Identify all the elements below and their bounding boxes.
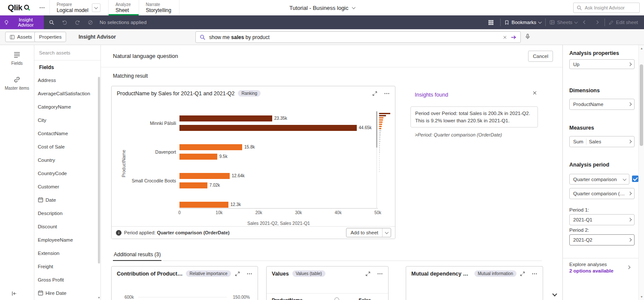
cancel-button[interactable]: Cancel <box>528 51 553 62</box>
field-item-countrycode[interactable]: CountryCode <box>34 167 97 180</box>
edit-sheet-button[interactable]: Edit sheet <box>609 20 638 25</box>
bar-davenport[interactable] <box>179 154 217 160</box>
global-menu-button[interactable] <box>35 5 49 11</box>
dimension-productname-item[interactable]: ProductName <box>569 99 635 110</box>
mini-navigator-thumb[interactable] <box>376 111 377 148</box>
field-item-city[interactable]: City <box>34 113 97 127</box>
nav-analyze[interactable]: Analyze Sheet <box>108 0 139 15</box>
mini-navigator-bar <box>379 149 380 151</box>
assets-scrollbar[interactable]: ▼ <box>97 73 100 300</box>
submit-query-button[interactable] <box>510 34 516 40</box>
nl-query-input[interactable]: show me sales by product <box>195 31 521 43</box>
field-item-country[interactable]: Country <box>34 153 97 167</box>
field-item-averagecallsatisfaction[interactable]: AverageCallSatisfaction <box>34 87 97 100</box>
bar-minnki-pälsili[interactable] <box>179 125 357 131</box>
expand-button[interactable] <box>365 271 371 276</box>
expand-button[interactable] <box>235 271 240 276</box>
sort-order-item[interactable]: Up <box>569 59 635 69</box>
assets-button[interactable]: Assets <box>5 32 37 42</box>
app-title-dropdown[interactable]: Tutorial - Business logic <box>289 0 355 15</box>
page-scrollbar[interactable]: ▲ ▼ <box>638 45 644 300</box>
category-label: Davenport <box>125 149 176 155</box>
ask-insight-advisor-search[interactable]: Ask Insight Advisor <box>573 3 640 13</box>
period1-item[interactable]: 2021-Q1 <box>569 214 635 225</box>
field-item-extension[interactable]: Extension <box>34 246 97 260</box>
field-item-discount[interactable]: Discount <box>34 220 97 233</box>
rail-item-master-items[interactable]: Master items <box>0 70 34 95</box>
period-field-item[interactable]: Quarter comparison (OrderD… <box>569 188 635 199</box>
collapse-panel-button[interactable] <box>11 291 17 297</box>
scroll-up-button[interactable]: ▲ <box>640 47 643 50</box>
voice-query-button[interactable] <box>525 33 531 39</box>
properties-label: Properties <box>39 34 61 39</box>
chart-menu-button[interactable] <box>246 271 252 277</box>
redo-icon <box>75 20 80 25</box>
insight-advisor-button[interactable]: Insight Advisor <box>0 15 44 29</box>
rail-item-fields[interactable]: Fields <box>0 45 34 70</box>
bar-minnki-pälsili[interactable] <box>179 115 272 121</box>
field-item-contactname[interactable]: ContactName <box>34 127 97 140</box>
field-item-freight[interactable]: Freight <box>34 260 97 273</box>
step-forward-button[interactable] <box>72 17 82 27</box>
field-item-gross-profit[interactable]: Gross Profit <box>34 273 97 286</box>
nav-narrate[interactable]: Narrate Storytelling <box>139 0 179 15</box>
next-sheet-button[interactable] <box>593 18 601 27</box>
field-item-date[interactable]: Date <box>34 193 97 206</box>
mini-navigator-bar <box>379 145 380 146</box>
field-item-address[interactable]: Address <box>34 73 97 87</box>
assets-scrollbar-thumb[interactable] <box>98 77 100 264</box>
bar-davenport[interactable] <box>179 144 242 150</box>
step-back-button[interactable] <box>59 17 70 27</box>
sheets-label: Sheets <box>557 20 573 25</box>
chart-menu-button[interactable] <box>532 271 538 277</box>
close-icon <box>503 35 507 39</box>
mini-navigator[interactable] <box>376 111 395 209</box>
clear-selections-button[interactable] <box>85 17 95 27</box>
previous-sheet-button[interactable] <box>581 18 589 27</box>
field-item-employeename[interactable]: EmployeeName <box>34 233 97 246</box>
period2-item[interactable]: 2021-Q2 <box>569 234 635 245</box>
close-insights-button[interactable] <box>532 91 537 95</box>
period-type-select[interactable]: Quarter comparison <box>569 174 629 185</box>
expand-button[interactable] <box>520 271 525 276</box>
bookmarks-button[interactable]: Bookmarks <box>504 20 541 25</box>
measure-sales-item[interactable]: Sum Sales <box>569 136 635 147</box>
period-enabled-checkbox[interactable] <box>632 176 638 182</box>
search-assets-input[interactable]: Search assets <box>34 45 100 61</box>
scroll-down-icon[interactable]: ▼ <box>97 296 100 299</box>
qlik-logo[interactable]: Qlik <box>0 0 35 15</box>
column-search-icon[interactable] <box>334 297 339 300</box>
properties-button[interactable]: Properties <box>34 32 66 42</box>
mini-navigator-bar <box>379 130 381 131</box>
bar-item[interactable] <box>179 202 228 208</box>
nav-prepare[interactable]: Prepare Logical model <box>49 0 108 15</box>
field-item-cost-of-sale[interactable]: Cost of Sale <box>34 140 97 153</box>
expand-button[interactable] <box>372 91 377 96</box>
sheets-button[interactable]: Sheets <box>550 20 577 25</box>
bar-small-crocodile-boots[interactable] <box>179 173 230 179</box>
card-icons <box>365 271 383 277</box>
logical-model-dropdown-button[interactable] <box>92 3 100 12</box>
page-scrollbar-thumb[interactable] <box>640 64 643 146</box>
results-scroll-down-button[interactable] <box>553 290 556 297</box>
mini-navigator-bar <box>379 139 380 140</box>
explore-analyses-link[interactable]: 2 options available <box>569 268 614 273</box>
add-to-sheet-button[interactable]: Add to sheet <box>346 228 391 237</box>
field-item-hire-date[interactable]: Hire Date <box>34 286 97 300</box>
field-item-customer[interactable]: Customer <box>34 180 97 193</box>
chart-menu-button[interactable] <box>384 91 390 97</box>
tab-additional-results[interactable]: Additional results (3) <box>113 249 161 261</box>
field-item-categoryname[interactable]: CategoryName <box>34 100 97 113</box>
bar-small-crocodile-boots[interactable] <box>179 182 207 188</box>
scroll-down-button[interactable]: ▼ <box>640 295 643 298</box>
show-charts-button[interactable] <box>486 17 496 27</box>
add-to-sheet-dropdown[interactable] <box>382 228 391 237</box>
field-item-description[interactable]: Description <box>34 206 97 220</box>
chevron-right-icon[interactable] <box>627 266 630 269</box>
left-axis-tick: 600k <box>125 295 134 300</box>
column-header-productname[interactable]: ProductName <box>272 297 303 300</box>
clear-query-button[interactable] <box>503 35 507 39</box>
column-header-sales[interactable]: Sales <box>358 297 371 300</box>
chart-menu-button[interactable] <box>377 271 383 277</box>
selections-tool-button[interactable] <box>46 17 57 27</box>
